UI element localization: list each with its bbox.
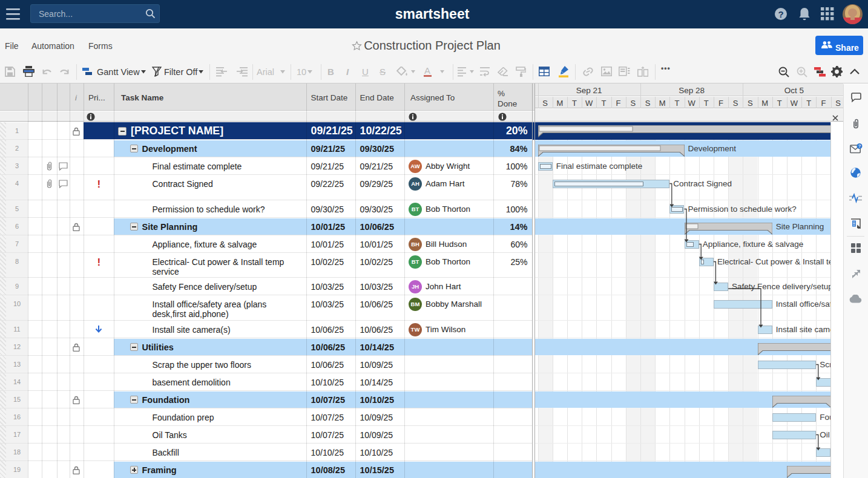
svg-text:?: ? (858, 143, 861, 149)
svg-text:?: ? (778, 9, 783, 19)
